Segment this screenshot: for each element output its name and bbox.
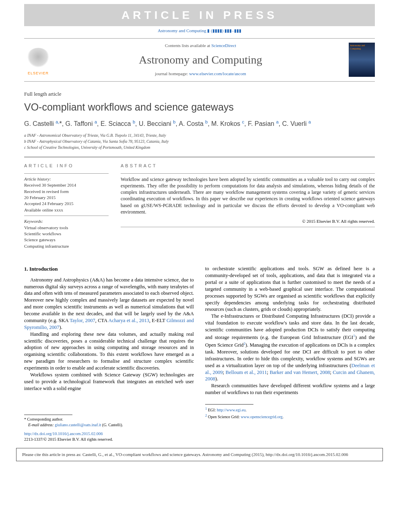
abstract-divider [121, 173, 375, 174]
sciencedirect-link[interactable]: ScienceDirect [211, 43, 236, 48]
info-divider-2 [24, 216, 109, 216]
homepage-line: journal homepage: www.elsevier.com/locat… [60, 71, 341, 77]
left-column-footer: * Corresponding author. E-mail address: … [24, 415, 194, 442]
content-area: Full length article VO-compliant workflo… [24, 90, 375, 442]
elsevier-tree-icon [26, 48, 50, 70]
affiliation-b: b INAF - Astrophysical Observatory of Ca… [24, 138, 375, 144]
keyword-1: Virtual observatory tools [24, 225, 109, 231]
watermark-text: ARTICLE IN PRESS [121, 9, 278, 21]
journal-header: ELSEVIER Contents lists available at Sci… [24, 38, 375, 82]
issn-copyright: 2213-1337/© 2015 Elsevier B.V. All right… [24, 437, 113, 442]
body-p1: Astronomy and Astrophysics (A&A) has bec… [24, 277, 194, 331]
watermark-bar: ARTICLE IN PRESS [24, 4, 375, 26]
cover-text: Astronomy and Computing [350, 44, 365, 50]
revised-line1: Received in revised form [24, 189, 109, 195]
journal-cover-thumb: Astronomy and Computing [349, 43, 375, 77]
body-p6: Research communities have developed diff… [205, 382, 375, 396]
email-link[interactable]: giuliano.castelli@oats.inaf.it [55, 423, 101, 427]
homepage-prefix: journal homepage: [155, 71, 189, 76]
history-label: Article history: [24, 176, 109, 182]
osg-link[interactable]: www.opensciencegrid.org [241, 415, 282, 419]
footnote-1: 1 EGI: http://www.egi.eu. [205, 406, 375, 413]
article-title: VO-compliant workflows and science gatew… [24, 100, 375, 114]
info-abstract-row: ARTICLE INFO Article history: Received 3… [24, 163, 375, 249]
footnote-divider-right [205, 404, 253, 405]
right-footnotes: 1 EGI: http://www.egi.eu. 2 Open Science… [205, 406, 375, 420]
journal-name: Astronomy and Computing [60, 52, 341, 68]
corr-author: * Corresponding author. [24, 417, 194, 422]
keyword-3: Science gateways [24, 237, 109, 243]
abstract-column: ABSTRACT Workflow and science gateway te… [121, 163, 375, 249]
ref-barker-2008[interactable]: Barker and van Hemert, 2008 [269, 370, 330, 375]
contents-prefix: Contents lists available at [165, 43, 211, 48]
abstract-text: Workflow and science gateway technologie… [121, 176, 375, 215]
online-date: Available online xxxx [24, 207, 109, 213]
egi-link[interactable]: http://www.egi.eu [217, 408, 246, 412]
author-list: G. Castelli a,*, G. Taffoni a, E. Sciacc… [24, 119, 375, 129]
keyword-2: Scientific workflows [24, 231, 109, 237]
received-date: Received 30 September 2014 [24, 182, 109, 188]
right-column-footer: 1 EGI: http://www.egi.eu. 2 Open Science… [205, 404, 375, 420]
accepted-date: Accepted 24 February 2015 [24, 201, 109, 207]
corresponding-author-note: * Corresponding author. E-mail address: … [24, 417, 194, 428]
info-divider [24, 173, 109, 174]
body-p2: Handling and exploring these new data vo… [24, 331, 194, 372]
body-p5: The e-Infrastructures or Distributed Com… [205, 313, 375, 382]
contents-line: Contents lists available at ScienceDirec… [60, 43, 341, 49]
article-info-column: ARTICLE INFO Article history: Received 3… [24, 163, 109, 249]
keywords-label: Keywords: [24, 218, 109, 224]
ref-acharya-2013[interactable]: Acharya et al., 2013 [108, 318, 149, 323]
elsevier-logo: ELSEVIER [24, 44, 52, 76]
ref-belloum-2011[interactable]: Belloum et al., 2011 [226, 370, 267, 375]
email-line: E-mail address: giuliano.castelli@oats.i… [24, 422, 194, 428]
affiliations: a INAF - Astronomical Observatory of Tri… [24, 132, 375, 150]
doi-block: http://dx.doi.org/10.1016/j.ascom.2015.0… [24, 431, 194, 442]
affiliation-c: c School of Creative Technologies, Unive… [24, 144, 375, 150]
body-p4: to orchestrate scientific applications a… [205, 265, 375, 313]
abstract-divider-bottom [121, 227, 375, 227]
article-history: Article history: Received 30 September 2… [24, 176, 109, 213]
doi-link[interactable]: http://dx.doi.org/10.1016/j.ascom.2015.0… [24, 431, 103, 436]
ref-taylor-2007[interactable]: Taylor, 2007 [70, 318, 95, 323]
abstract-copyright: © 2015 Elsevier B.V. All rights reserved… [121, 218, 375, 224]
abstract-label: ABSTRACT [121, 163, 375, 169]
body-text: 1. Introduction Astronomy and Astrophysi… [24, 265, 375, 442]
homepage-link[interactable]: www.elsevier.com/locate/ascom [189, 71, 246, 76]
article-info-label: ARTICLE INFO [24, 163, 109, 169]
keywords-block: Keywords: Virtual observatory tools Scie… [24, 218, 109, 249]
body-p3: Workflows system combined with Science G… [24, 372, 194, 392]
keyword-4: Computing infrastructure [24, 243, 109, 249]
citation-box: Please cite this article in press as: Ca… [16, 448, 383, 461]
elsevier-label: ELSEVIER [28, 71, 49, 76]
article-type: Full length article [24, 90, 375, 98]
divider [24, 157, 375, 157]
section-1-heading: 1. Introduction [24, 265, 194, 273]
journal-ref-line: Astronomy and Computing ▮ (▮▮▮▮) ▮▮▮–▮▮▮ [0, 28, 399, 34]
revised-line2: 20 February 2015 [24, 195, 109, 201]
footnote-divider-left [24, 415, 72, 415]
footnote-2: 2 Open Science Grid: www.opensciencegrid… [205, 413, 375, 420]
header-center: Contents lists available at ScienceDirec… [60, 43, 341, 77]
affiliation-a: a INAF - Astronomical Observatory of Tri… [24, 132, 375, 138]
